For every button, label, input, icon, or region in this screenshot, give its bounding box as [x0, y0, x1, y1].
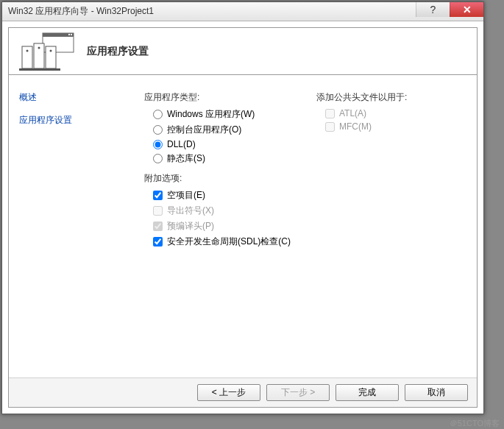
svg-rect-7 — [19, 68, 60, 71]
common-headers-label: 添加公共头文件以用于: — [316, 91, 466, 104]
svg-point-10 — [50, 49, 52, 52]
radio-dll[interactable]: DLL(D) — [153, 139, 294, 149]
sidebar: 概述 应用程序设置 — [9, 75, 134, 377]
titlebar-buttons: ? ✕ — [416, 2, 483, 21]
next-button: 下一步 > — [266, 384, 330, 401]
wizard-inner: 应用程序设置 概述 应用程序设置 应用程序类型: Windows 应用程序(W)… — [8, 27, 478, 408]
radio-windows-app[interactable]: Windows 应用程序(W) — [153, 108, 294, 121]
wizard-body: 概述 应用程序设置 应用程序类型: Windows 应用程序(W) 控制台应用程… — [9, 75, 477, 377]
cancel-button[interactable]: 取消 — [405, 384, 468, 401]
prev-button[interactable]: < 上一步 — [197, 384, 260, 401]
radio-static-lib[interactable]: 静态库(S) — [153, 152, 294, 165]
app-settings-icon — [18, 32, 77, 71]
wizard-header: 应用程序设置 — [9, 28, 477, 75]
radio-console-app[interactable]: 控制台应用程序(O) — [153, 124, 294, 136]
add-options-label: 附加选项: — [144, 172, 294, 185]
checkbox-sdl-check[interactable]: 安全开发生命周期(SDL)检查(C) — [153, 235, 294, 248]
wizard-window: Win32 应用程序向导 - Win32Project1 ? ✕ 应用程序设置 — [1, 1, 484, 414]
close-button[interactable]: ✕ — [450, 2, 483, 17]
page-title: 应用程序设置 — [87, 45, 149, 58]
finish-button[interactable]: 完成 — [336, 384, 399, 401]
left-column: 应用程序类型: Windows 应用程序(W) 控制台应用程序(O) DLL(D… — [144, 91, 294, 367]
sidebar-item-overview[interactable]: 概述 — [19, 91, 124, 104]
right-column: 添加公共头文件以用于: ATL(A) MFC(M) — [316, 91, 466, 367]
svg-point-8 — [26, 49, 29, 52]
titlebar: Win32 应用程序向导 - Win32Project1 ? ✕ — [2, 2, 483, 21]
svg-point-9 — [38, 46, 40, 49]
checkbox-precompiled-header: 预编译头(P) — [153, 220, 294, 233]
content: 应用程序类型: Windows 应用程序(W) 控制台应用程序(O) DLL(D… — [134, 75, 477, 377]
wizard-footer: < 上一步 下一步 > 完成 取消 — [9, 377, 477, 407]
checkbox-empty-project[interactable]: 空项目(E) — [153, 189, 294, 202]
checkbox-mfc: MFC(M) — [325, 121, 466, 132]
help-button[interactable]: ? — [416, 2, 450, 17]
titlebar-text: Win32 应用程序向导 - Win32Project1 — [8, 5, 416, 18]
checkbox-export-symbols: 导出符号(X) — [153, 205, 294, 217]
watermark: ＠51CTO博客 — [450, 418, 500, 429]
sidebar-item-app-settings[interactable]: 应用程序设置 — [19, 114, 124, 127]
svg-rect-3 — [71, 34, 72, 35]
app-type-label: 应用程序类型: — [144, 91, 294, 104]
svg-rect-2 — [68, 34, 70, 35]
checkbox-atl: ATL(A) — [325, 108, 466, 118]
